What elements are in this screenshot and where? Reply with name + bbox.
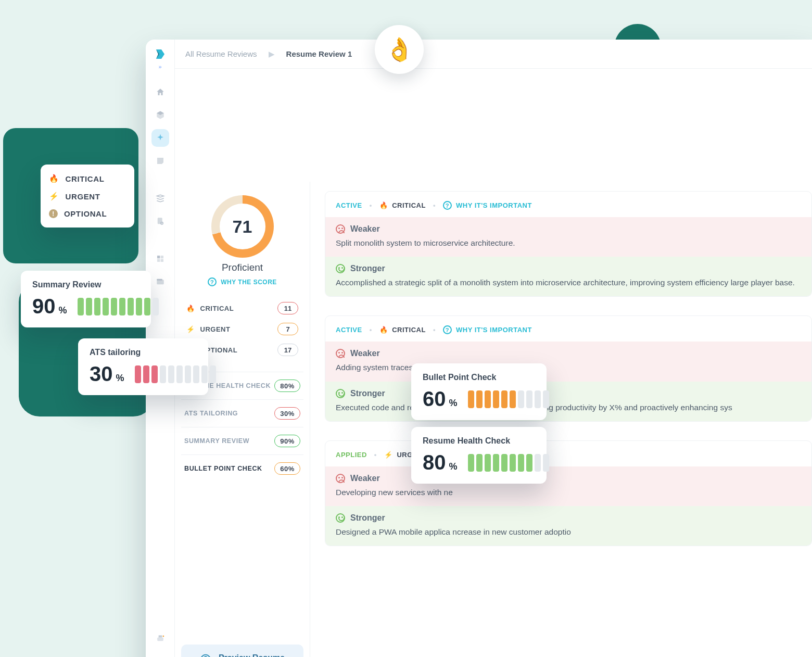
- weaker-text: Split monolith system to microservice ar…: [336, 237, 801, 249]
- svg-rect-7: [157, 279, 162, 281]
- severity-tag: 🔥CRITICAL: [379, 326, 426, 334]
- ok-badge: 👌: [375, 25, 424, 74]
- float-bullet-card: Bullet Point Check 60%: [411, 363, 547, 420]
- severity-label: URGENT: [200, 325, 231, 333]
- question-icon: ?: [443, 325, 452, 334]
- nav-wallet-icon[interactable]: [151, 273, 169, 290]
- segment-bar: [135, 365, 216, 383]
- nav-stack-icon[interactable]: [151, 189, 169, 207]
- float-title: Bullet Point Check: [423, 373, 535, 382]
- nav-inbox-icon[interactable]: [151, 152, 169, 170]
- svg-rect-2: [157, 256, 160, 258]
- issues-main: ACTIVE • 🔥CRITICAL • ?WHY IT'S IMPORTANT…: [310, 182, 812, 657]
- segment-bar: [468, 454, 549, 472]
- check-label: SUMMARY REVIEW: [184, 437, 249, 445]
- check-pct-badge: 80%: [274, 380, 300, 392]
- severity-tag: 🔥CRITICAL: [379, 201, 426, 209]
- stronger-block: Stronger Accomplished a strategic split …: [325, 257, 811, 296]
- weaker-block: Weaker Developing new services with ne: [325, 466, 811, 506]
- status-tag: ACTIVE: [336, 326, 362, 334]
- breadcrumb-current: Resume Review 1: [286, 49, 352, 58]
- stronger-label: Stronger: [350, 513, 385, 523]
- why-score-link[interactable]: ? WHY THE SCORE: [208, 277, 277, 286]
- legend-card: 🔥CRITICAL ⚡URGENT !OPTIONAL: [41, 165, 134, 228]
- weaker-text: Adding system traces and alerts for bett…: [336, 361, 801, 374]
- svg-rect-5: [160, 259, 163, 262]
- check-pct-badge: 30%: [274, 407, 300, 420]
- bolt-icon: ⚡: [186, 325, 195, 333]
- sad-face-icon: [336, 474, 345, 483]
- svg-rect-4: [157, 259, 160, 262]
- happy-face-icon: [336, 264, 345, 273]
- severity-count-badge: 17: [277, 344, 298, 356]
- status-tag: APPLIED: [336, 451, 367, 459]
- weaker-label: Weaker: [350, 474, 380, 483]
- ok-emoji: 👌: [385, 36, 414, 63]
- float-title: ATS tailoring: [90, 348, 197, 357]
- check-bullet-row[interactable]: BULLET POINT CHECK 60%: [181, 454, 303, 482]
- expand-rail-icon[interactable]: »: [158, 64, 161, 70]
- stronger-text: Accomplished a strategic split of a mono…: [336, 276, 801, 289]
- check-label: BULLET POINT CHECK: [184, 465, 262, 472]
- issue-card: ACTIVE • 🔥CRITICAL • ?WHY IT'S IMPORTANT…: [325, 191, 812, 297]
- preview-resume-button[interactable]: Preview Resume: [181, 645, 303, 657]
- why-important-link[interactable]: ?WHY IT'S IMPORTANT: [443, 325, 532, 334]
- svg-rect-0: [157, 218, 162, 224]
- stronger-label: Stronger: [350, 389, 385, 398]
- weaker-block: Weaker Split monolith system to microser…: [325, 217, 811, 257]
- why-score-text: WHY THE SCORE: [221, 279, 277, 286]
- nav-grid-icon[interactable]: [151, 250, 169, 268]
- issue-card: ACTIVE • 🔥CRITICAL • ?WHY IT'S IMPORTANT…: [325, 315, 812, 421]
- breadcrumb-root[interactable]: All Resume Reviews: [185, 49, 257, 58]
- nav-doc-search-icon[interactable]: [151, 212, 169, 230]
- float-health-card: Resume Health Check 80%: [411, 427, 547, 484]
- severity-count-badge: 7: [277, 323, 298, 335]
- chevron-right-icon: ▶: [269, 49, 275, 59]
- legend-critical: 🔥CRITICAL: [49, 174, 126, 183]
- float-summary-card: Summary Review 90%: [21, 271, 151, 327]
- check-label: ATS TAILORING: [184, 410, 238, 417]
- nav-logout-icon[interactable]: [151, 653, 169, 657]
- nav-print-icon[interactable]: [151, 630, 169, 648]
- app-logo-icon[interactable]: [153, 47, 168, 61]
- check-ats-row[interactable]: ATS TAILORING 30%: [181, 399, 303, 427]
- stronger-label: Stronger: [350, 264, 385, 273]
- why-important-link[interactable]: ?WHY IT'S IMPORTANT: [443, 201, 532, 210]
- svg-rect-9: [158, 635, 162, 637]
- severity-critical-row[interactable]: 🔥CRITICAL 11: [184, 298, 300, 319]
- bolt-icon: ⚡: [49, 192, 59, 201]
- happy-face-icon: [336, 389, 345, 398]
- stronger-block: Stronger Executed code and release manag…: [325, 382, 811, 421]
- flame-icon: 🔥: [49, 174, 59, 183]
- eye-icon: [200, 652, 211, 657]
- preview-label: Preview Resume: [219, 653, 285, 657]
- app-window: All Resume Reviews ▶ Resume Review 1 » 7…: [146, 40, 812, 657]
- check-summary-row[interactable]: SUMMARY REVIEW 90%: [181, 427, 303, 454]
- float-title: Summary Review: [32, 280, 139, 289]
- flame-icon: 🔥: [379, 326, 388, 334]
- stronger-block: Stronger Designed a PWA mobile applica n…: [325, 506, 811, 546]
- float-title: Resume Health Check: [423, 436, 535, 446]
- float-pct: 60: [423, 387, 446, 411]
- legend-urgent: ⚡URGENT: [49, 192, 126, 201]
- sad-face-icon: [336, 224, 345, 234]
- legend-optional: !OPTIONAL: [49, 209, 126, 218]
- breadcrumb: All Resume Reviews ▶ Resume Review 1: [175, 40, 812, 69]
- question-icon: ?: [208, 277, 217, 286]
- severity-count-badge: 11: [277, 302, 298, 314]
- question-icon: ?: [443, 201, 452, 210]
- check-pct-badge: 90%: [274, 435, 300, 447]
- nav-home-icon[interactable]: [151, 83, 169, 101]
- optional-icon: !: [49, 209, 58, 218]
- score-donut: 71: [211, 195, 274, 258]
- nav-cube-icon[interactable]: [151, 106, 169, 124]
- severity-label: CRITICAL: [200, 305, 234, 312]
- nav-sparkle-icon[interactable]: [151, 129, 169, 147]
- flame-icon: 🔥: [379, 201, 388, 209]
- bolt-icon: ⚡: [384, 451, 393, 459]
- sad-face-icon: [336, 349, 345, 358]
- stronger-text: Designed a PWA mobile applica ncrease in…: [336, 526, 801, 538]
- score-value: 71: [211, 195, 274, 258]
- weaker-label: Weaker: [350, 224, 380, 234]
- severity-urgent-row[interactable]: ⚡URGENT 7: [184, 319, 300, 339]
